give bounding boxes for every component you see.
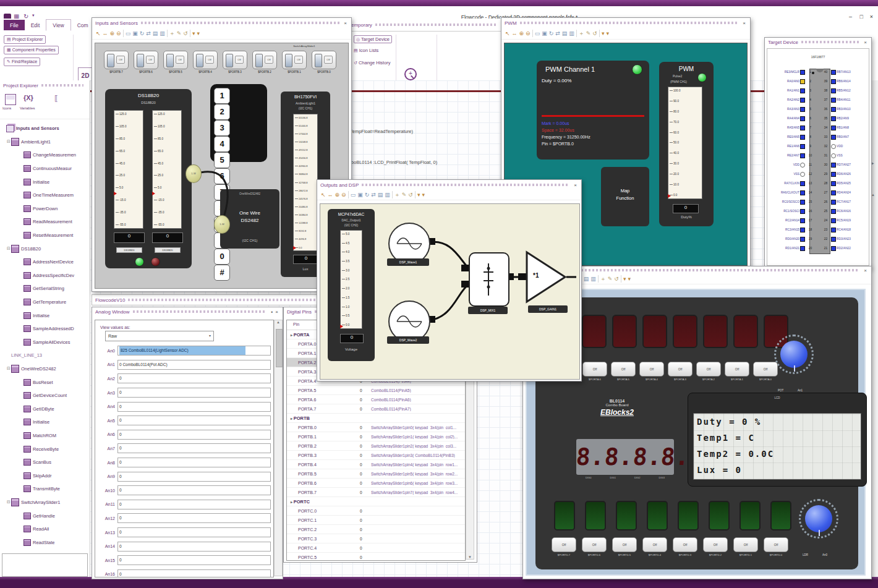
- switch-button[interactable]: Off: [673, 537, 697, 552]
- toolbar-icon[interactable]: ↔: [103, 30, 108, 37]
- toolbar-icon[interactable]: [348, 191, 349, 198]
- scroll-up-icon[interactable]: ▲: [871, 193, 878, 197]
- pin-pad-left[interactable]: [800, 218, 805, 223]
- tree-item[interactable]: ⊟ GetIDByte: [0, 402, 90, 415]
- toolbar-icon[interactable]: ▣: [542, 30, 547, 37]
- pwm-duty-slider[interactable]: 100.090.080.070.060.050.040.030.020.010.…: [668, 87, 702, 199]
- analog-value-input[interactable]: 0: [117, 373, 271, 383]
- tree-expander-icon[interactable]: ⊟: [6, 500, 11, 505]
- digital-pin-row[interactable]: PORTB.2 0 SwitchArraySlider1pin2( keypad…: [287, 441, 465, 451]
- switch-button[interactable]: Off: [764, 537, 788, 552]
- pin-pad-right[interactable]: [831, 135, 836, 140]
- tree-item[interactable]: ⊟ ScanBus: [0, 456, 90, 469]
- pin-pad-left[interactable]: [800, 144, 805, 149]
- digital-pin-row[interactable]: PORTC.2 0: [287, 525, 465, 534]
- scrollbar-thumb[interactable]: [276, 329, 283, 367]
- toolbar-icon[interactable]: [576, 30, 577, 37]
- tree-expander-icon[interactable]: ⊟: [6, 246, 11, 251]
- tree-expander-icon[interactable]: ⊟: [6, 366, 11, 371]
- toolbar-icon[interactable]: [599, 30, 600, 37]
- tree-item[interactable]: ⊟ TransmitByte: [0, 482, 90, 496]
- close-icon[interactable]: ×: [274, 309, 279, 315]
- toolbar-icon[interactable]: ⊖: [526, 30, 531, 37]
- digital-pin-row[interactable]: PORTC.4 0: [287, 543, 465, 553]
- pin-pad-left[interactable]: [800, 135, 805, 140]
- pin-pad-right[interactable]: [831, 88, 836, 93]
- outputs-dsp-title[interactable]: Outputs and DSP ×: [317, 180, 581, 190]
- analog-value-input[interactable]: 0: [117, 485, 271, 495]
- tree-item[interactable]: ⊟ ChangeMeasuremen: [0, 148, 90, 162]
- pin-pad-right[interactable]: [831, 70, 836, 75]
- switch-button[interactable]: Off: [582, 537, 607, 552]
- toolbar-icon[interactable]: ↖: [505, 30, 510, 37]
- analog-value-input[interactable]: 0: [117, 388, 271, 398]
- toolbar-icon[interactable]: [190, 30, 190, 37]
- toolbar-icon[interactable]: ▾: [623, 275, 626, 283]
- pin-pad-left[interactable]: [800, 98, 805, 103]
- analog-value-input[interactable]: 825 ComboBL0114(LightSensor ADC): [117, 346, 271, 356]
- switch-button[interactable]: Off: [552, 537, 576, 552]
- target-device-title[interactable]: Target Device ×: [765, 38, 871, 46]
- toolbar-icon[interactable]: ▭: [535, 30, 540, 37]
- analog-value-input[interactable]: 0: [117, 500, 271, 509]
- pin-pad-left[interactable]: [800, 153, 805, 158]
- digital-pin-row[interactable]: PORTC.5 0: [287, 553, 465, 561]
- ribbon-toggle[interactable]: ↺Change History: [354, 60, 391, 66]
- toolbar-icon[interactable]: ▾: [197, 30, 200, 37]
- pin-pad-right[interactable]: [831, 237, 836, 242]
- digital-pin-row[interactable]: PORTC.3 0: [287, 534, 465, 543]
- tree-item[interactable]: ⊟ LINK_LINE_13: [0, 349, 90, 362]
- toolbar-icon[interactable]: [621, 275, 621, 283]
- toolbar-icon[interactable]: ✎: [608, 275, 613, 283]
- pin-pad-left[interactable]: [800, 70, 805, 75]
- pwm-panel-title[interactable]: PWM ×: [501, 18, 750, 28]
- variables-icon[interactable]: {X}: [23, 94, 33, 101]
- digital-pin-row[interactable]: PORTB.6 0 SwitchArraySlider1pin6( keypad…: [287, 479, 465, 488]
- slider-marker[interactable]: [340, 325, 343, 328]
- pin-pad-right[interactable]: [831, 172, 836, 177]
- toolbar-icon[interactable]: ＋: [394, 191, 400, 198]
- digital-pin-row[interactable]: PORTC.0 0: [287, 506, 465, 516]
- tree-item[interactable]: ⊟ OneWireDS2482: [0, 362, 90, 376]
- pin-pad-left[interactable]: [800, 172, 805, 177]
- toolbar-icon[interactable]: ↻: [365, 191, 370, 198]
- switch-button[interactable]: Off: [725, 362, 749, 377]
- ribbon-toggle[interactable]: ▤Icon Lists: [354, 48, 378, 53]
- pin-pad-left[interactable]: [800, 209, 805, 214]
- toolbar-icon[interactable]: [167, 30, 168, 37]
- ldr-knob-cap[interactable]: [805, 505, 832, 532]
- analog-value-input[interactable]: 0: [117, 443, 271, 453]
- toolbar-icon[interactable]: ✎: [402, 191, 407, 198]
- toolbar-icon[interactable]: [415, 191, 416, 198]
- voltage-value[interactable]: 0: [340, 334, 364, 343]
- toolbar-icon[interactable]: ▾: [422, 191, 425, 198]
- tree-item[interactable]: ⊟ PowerDown: [0, 202, 90, 216]
- toolbar-icon[interactable]: ▾: [192, 30, 195, 37]
- tree-item[interactable]: ⊟ GetTemperature: [0, 296, 90, 309]
- toolbar-icon[interactable]: ⇄: [371, 191, 376, 198]
- digital-pin-row[interactable]: PORTB.4 0 SwitchArraySlider1pin4( keypad…: [287, 460, 465, 469]
- quick-access-dropdown-icon[interactable]: ▾: [32, 13, 35, 18]
- tree-item[interactable]: ⊟ ResetMeasurement: [0, 229, 90, 242]
- tree-item[interactable]: ⊟ GetSerialString: [0, 282, 90, 296]
- inputs-sensors-title[interactable]: Inputs and Sensors ×: [92, 18, 351, 28]
- switch-button[interactable]: Off: [642, 537, 667, 552]
- close-icon[interactable]: ×: [741, 20, 747, 26]
- close-icon[interactable]: ×: [863, 268, 868, 273]
- temporary-panel-title[interactable]: Temporary: [346, 19, 502, 32]
- digital-pin-row[interactable]: PORTA.6 0 ComboBL0114(PinA6): [287, 395, 465, 404]
- toolbar-icon[interactable]: ↖: [96, 30, 101, 37]
- switch-button[interactable]: Off: [733, 537, 758, 552]
- pin-pad-right[interactable]: [831, 98, 836, 103]
- pin-pad-right[interactable]: [831, 126, 836, 130]
- ribbon-tab[interactable]: File: [4, 20, 25, 30]
- pin-pad-right[interactable]: [831, 246, 836, 251]
- map-function-block[interactable]: Map Function: [601, 167, 649, 226]
- pin-icon[interactable]: ▪: [270, 309, 274, 315]
- toolbar-icon[interactable]: [598, 275, 599, 283]
- analog-value-input[interactable]: 0: [117, 569, 271, 577]
- toolbar-icon[interactable]: ↖: [321, 191, 326, 198]
- toolbar-icon[interactable]: ⊖: [341, 191, 346, 198]
- tree-item[interactable]: ⊟ SwitchArraySlider1: [0, 496, 90, 509]
- toolbar-icon[interactable]: ↺: [592, 30, 597, 37]
